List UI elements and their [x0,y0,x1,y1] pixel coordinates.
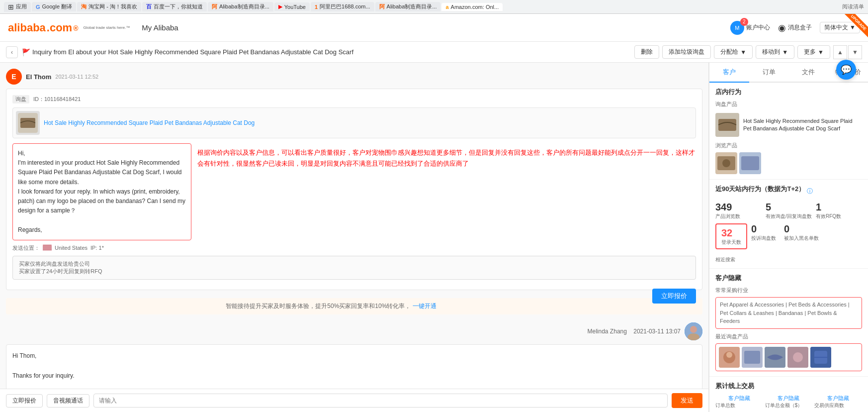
tab-order[interactable]: 订单 [749,63,789,83]
seller-avatar [685,322,702,340]
logo-tagline: Global trade starts here.™ [84,25,130,30]
inbox-badge: 询盘 [12,95,29,103]
email-flag-icon: 🚩 [22,48,30,56]
recent-product-5 [810,347,831,368]
tab-alibaba-mfg[interactable]: 阿 Alibaba制造商目录... [208,2,273,11]
message-icon: ◉ [778,22,786,33]
seller-message-header: Melinda Zhang 2021-03-11 13:07 [6,322,702,340]
us-flag-icon [43,245,52,251]
browse-products-area: 浏览产品 [715,142,862,174]
chat-bubble-btn[interactable]: 💬 [836,60,856,80]
inquired-product-thumb [715,113,739,137]
stat-complain: 0 投诉询盘数 [751,223,776,241]
transaction-footer: 客户隐藏 订单总数 客户隐藏 订单总金额（$） 客户隐藏 交易供应商数 [715,395,862,410]
email-thread[interactable]: E El Thom 2021-03-11 12:52 询盘 ID：1011684… [0,63,708,389]
spam-btn[interactable]: 添加垃圾询盘 [662,45,711,59]
quote-now-btn[interactable]: 立即报价 [652,289,696,304]
browser-tabs-bar: ⊞ 应用 G Google 翻译 淘 淘宝网 - 淘！我喜欢 百 百度一下，你就… [0,0,868,14]
main-content: E El Thom 2021-03-11 12:52 询盘 ID：1011684… [0,63,868,412]
store-behavior-title: 店内行为 [715,88,862,97]
recent-product-2 [742,347,763,368]
browser-controls: 阅读清单 [842,3,864,10]
toolbar-actions: 删除 添加垃圾询盘 分配给 ▼ 移动到 ▼ 更多 ▼ ▲ ▼ [634,45,862,59]
transaction-col-3: 客户隐藏 交易供应商数 [814,395,862,410]
customer-insights-title: 客户隐藏 [715,274,862,283]
browse-products-list [715,152,862,174]
back-btn[interactable]: ‹ [6,46,18,58]
toolbar: ‹ 🚩 Inquiry from El about your Hot Sale … [0,42,868,63]
move-btn[interactable]: 移动到 ▼ [756,45,794,59]
tab-list: ⊞ 应用 G Google 翻译 淘 淘宝网 - 淘！我喜欢 百 百度一下，你就… [4,2,503,12]
buyer-message: E El Thom 2021-03-11 12:52 询盘 ID：1011684… [6,69,702,290]
app-container: alibaba .com ® Global trade starts here.… [0,14,868,412]
message-with-annotation: Hi, I'm interested in your product Hot S… [12,143,696,240]
input-quote-btn[interactable]: 立即报价 [6,394,43,408]
stat-browse: 349 产品浏览数 [715,202,762,219]
tab-customer[interactable]: 客户 [709,63,749,83]
smart-tip-link[interactable]: 一键开通 [413,303,436,309]
account-btn[interactable]: M 2 账户中心 [730,21,770,35]
message-input[interactable] [93,394,668,408]
alibaba-logo: alibaba .com ® [8,21,79,34]
send-btn[interactable]: 发送 [672,393,702,408]
header: alibaba .com ® Global trade starts here.… [0,14,868,42]
transaction-section: 累计线上交易 客户隐藏 订单总数 客户隐藏 订单总金额（$） 客户隐藏 交易供应… [709,377,868,412]
tab-alibaba1688[interactable]: 1 阿里巴巴1688.com... [311,2,374,11]
nav-title: My Alibaba [142,23,178,32]
buyer-avatar: E [6,69,22,85]
account-label: 账户中心 [746,23,770,32]
up-down-nav: ▲ ▼ [833,45,862,59]
tab-baidu[interactable]: 百 百度一下，你就知道 [142,2,207,11]
video-call-btn[interactable]: 音视频通话 [47,394,89,408]
logo-area: alibaba .com ® Global trade starts here.… [8,21,178,34]
recent-products-box [715,343,862,371]
tab-file[interactable]: 文件 [789,63,829,83]
prev-email-btn[interactable]: ▲ [833,45,847,59]
reader-view-label: 阅读清单 [842,3,864,10]
svg-rect-11 [741,156,759,170]
more-btn[interactable]: 更多 ▼ [797,45,830,59]
inquired-product-name: Hot Sale Highly Recommended Square Plaid… [743,117,862,133]
auto-reply-notice: 买家仅将此询盘发送给贵公司 买家设置了24小时无回复则转RFQ [12,256,696,280]
related-search-label: 相近搜索 [715,256,862,263]
recent-inquiry-title: 最近询盘产品 [715,333,862,340]
tab-youtube[interactable]: ▶ YouTube [274,2,310,11]
svg-point-9 [722,159,730,167]
browse-thumb-2 [739,152,761,174]
inquired-product-item: Hot Sale Highly Recommended Square Plaid… [715,111,862,139]
svg-point-19 [793,352,803,362]
seller-name: Melinda Zhang 2021-03-11 13:07 [588,328,681,335]
tab-taobao[interactable]: 淘 淘宝网 - 淘！我喜欢 [77,2,141,11]
info-icon: ⓘ [807,187,813,196]
email-subject-text: Inquiry from El about your Hot Sale High… [32,48,353,56]
product-thumbnail [16,111,40,135]
right-sidebar: 客户 订单 文件 物流报价 店内行为 询盘产品 [709,63,868,412]
product-reference: Hot Sale Highly Recommended Square Plaid… [12,107,696,138]
tab-apps[interactable]: ⊞ 应用 [4,2,31,12]
store-behavior-section: 店内行为 询盘产品 Hot Sale Highly Recommended Sq… [709,83,868,180]
transaction-col-2: 客户隐藏 订单总金额（$） [765,395,813,410]
inquired-products-title: 询盘产品 [715,101,862,108]
buyer-time: 2021-03-11 12:52 [55,74,98,80]
delete-btn[interactable]: 删除 [634,45,659,59]
smart-tip: 智能接待提升买家及时服务体验，提升50%买家回复率和10%转化率， 一键开通 [6,298,702,314]
industry-title: 常常采购行业 [715,287,862,294]
svg-point-14 [726,352,732,358]
message-btn[interactable]: ◉ 消息盒子 [778,22,812,33]
stat-rfq: 1 有效RFQ数 [816,202,862,219]
email-panel: E El Thom 2021-03-11 12:52 询盘 ID：1011684… [0,63,709,412]
seller-reply-card: Hi Thom, Thanks for your inquiry. It's p… [6,344,702,389]
seller-message: Melinda Zhang 2021-03-11 13:07 [6,322,702,389]
product-link[interactable]: Hot Sale Highly Recommended Square Plaid… [44,119,255,127]
customer-insights-section: 客户隐藏 常常采购行业 Pet Apparel & Accessories | … [709,269,868,377]
assign-btn[interactable]: 分配给 ▼ [714,45,753,59]
browse-thumb-1 [715,152,737,174]
tab-google[interactable]: G Google 翻译 [32,2,76,11]
message-id: ID：101168418421 [33,96,81,103]
tab-amazon[interactable]: a Amazon.com: Onl... [441,3,503,11]
message-id-bar: 询盘 ID：101168418421 [12,95,696,103]
tab-alibaba-mfg2[interactable]: 阿 Alibaba制造商目录... [375,2,441,11]
buyer-message-card: 询盘 ID：101168418421 Hot S [6,89,702,290]
next-email-btn[interactable]: ▼ [848,45,862,59]
header-right: M 2 账户中心 ◉ 消息盒子 简体中文 ▼ [730,21,860,35]
